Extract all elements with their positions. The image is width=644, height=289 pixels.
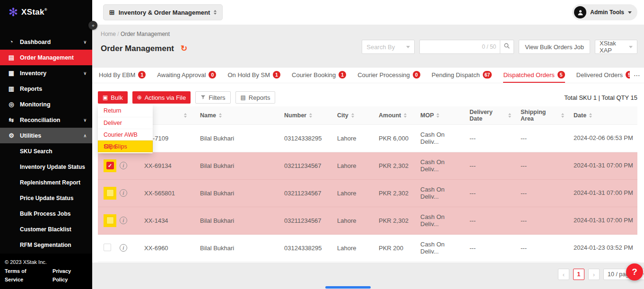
tab-count-badge: 5 (557, 71, 565, 79)
row-checkbox[interactable] (106, 189, 114, 197)
brand-logo: ✻ XStak® (0, 0, 92, 25)
sidebar-item-order-management[interactable]: ▤ Order Management (0, 50, 92, 65)
order-management-icon: ▤ (8, 54, 15, 61)
tab-count-badge: 67 (483, 71, 492, 79)
sidebar-collapse-toggle[interactable]: ‹› (88, 21, 97, 30)
sidebar-item-price-update-status[interactable]: Price Update Status (0, 190, 92, 206)
current-page-button[interactable]: 1 (573, 269, 584, 280)
sidebar-item-customer-blacklist[interactable]: Customer Blacklist (0, 221, 92, 237)
topbar: ⊞ Inventory & Order Management Admin Too… (92, 0, 644, 25)
mop-cell: Cash On Deliv... (415, 234, 464, 262)
amount-cell: PKR 6,000 (373, 124, 415, 152)
tab-hold-by-ebm[interactable]: Hold By EBM1 (99, 68, 146, 83)
sidebar-item-rfm-segmentation[interactable]: RFM Segmentation (0, 237, 92, 253)
sidebar-item-replenishment-report[interactable]: Replenishment Report (0, 175, 92, 190)
bulk-button[interactable]: ▣ Bulk (98, 91, 128, 104)
sort-icon[interactable] (184, 113, 187, 118)
more-tabs-button[interactable]: ⋯ (630, 68, 644, 82)
tab-dispatched-orders[interactable]: Dispatched Orders5 (503, 68, 565, 83)
number-cell: 03211234567 (278, 179, 331, 207)
row-checkbox[interactable] (106, 217, 114, 224)
app-switcher-button[interactable]: ⊞ Inventory & Order Management (103, 4, 223, 20)
table-row: i XX-565801 Bilal Bukhari 03211234567 La… (98, 179, 637, 207)
sidebar-item-reconciliation[interactable]: ⇆ Reconciliation ∨ (0, 112, 92, 128)
shipping-area-cell: --- (515, 124, 568, 152)
prev-page-button[interactable]: ‹ (558, 269, 569, 280)
shipping-area-cell: --- (515, 179, 568, 207)
tab-on-hold-by-sm[interactable]: On Hold By SM1 (227, 68, 280, 83)
bulk-menu-oe-slips[interactable]: OE Slips (98, 140, 153, 152)
info-icon[interactable]: i (120, 244, 127, 252)
page-title: Order Management (101, 44, 174, 53)
report-file-icon: ▤ (241, 95, 246, 100)
refresh-icon[interactable]: ↻ (181, 44, 187, 53)
date-cell: 2024-01-23 03:52 PM (568, 234, 637, 262)
sidebar-nav: ◔ Dashboard ∨ ▤ Order Management ▦ Inven… (0, 34, 92, 268)
inventory-icon: ▦ (8, 70, 15, 77)
reports-button[interactable]: ▤ Reports (235, 91, 276, 104)
privacy-policy-link[interactable]: Privacy Policy (52, 267, 87, 284)
row-checkbox[interactable] (104, 244, 111, 251)
sidebar-item-label: Utilities (20, 132, 41, 139)
sidebar-item-reports[interactable]: ▥ Reports (0, 81, 92, 96)
tab-courier-processing[interactable]: Courier Processing0 (357, 68, 420, 83)
terms-of-service-link[interactable]: Terms of Service (5, 267, 46, 284)
tab-count-badge: 0 (209, 71, 216, 79)
sort-icon[interactable] (589, 113, 592, 118)
sidebar-item-inventory[interactable]: ▦ Inventory ∨ (0, 65, 92, 81)
sort-icon[interactable] (351, 113, 354, 118)
order-number-cell: XX-565801 (139, 179, 194, 207)
table-header-row: Name Number City Amount MOP Delivery Dat… (98, 106, 637, 124)
view-bulk-orders-job-button[interactable]: View Bulk Orders Job (519, 40, 590, 54)
search-by-select[interactable]: Search By (362, 40, 415, 54)
sidebar-item-monitoring[interactable]: ◎ Monitoring (0, 96, 92, 112)
horizontal-scrollbar[interactable] (325, 286, 371, 289)
actions-via-file-button[interactable]: ⊕ Actions via File (132, 91, 191, 104)
tab-courier-booking[interactable]: Courier Booking1 (292, 68, 346, 83)
row-checkbox[interactable]: ✓ (106, 162, 114, 169)
tab-delivered-orders[interactable]: Delivered Orders5 (576, 68, 633, 83)
bulk-menu-courier-awb-slips[interactable]: Courier AWB Slips (98, 129, 153, 140)
sort-icon[interactable] (508, 113, 511, 118)
search-char-counter: 0 / 50 (482, 44, 496, 50)
sidebar-item-utilities[interactable]: ⚙ Utilities ∧ (0, 128, 92, 143)
dashboard-icon: ◔ (8, 38, 15, 45)
help-button[interactable]: ? (626, 263, 643, 280)
totals-summary: Total SKU 1 | Total QTY 15 (564, 94, 637, 101)
sort-icon[interactable] (219, 113, 222, 118)
chevron-down-icon: ∨ (83, 40, 87, 44)
sort-icon[interactable] (561, 113, 564, 118)
bulk-menu-deliver[interactable]: Deliver (98, 117, 153, 129)
sort-icon[interactable] (436, 113, 439, 118)
info-icon[interactable]: i (120, 162, 127, 169)
search-button[interactable] (500, 40, 514, 54)
tab-count-badge: 1 (339, 71, 346, 79)
sidebar-item-label: Reports (20, 86, 42, 92)
sidebar-item-sku-search[interactable]: SKU Search (0, 143, 92, 159)
filters-button[interactable]: Filters (195, 91, 230, 104)
next-page-button[interactable]: › (588, 269, 600, 280)
admin-tools-menu[interactable]: Admin Tools (572, 4, 637, 20)
sidebar-item-dashboard[interactable]: ◔ Dashboard ∨ (0, 34, 92, 50)
date-cell: 2024-01-31 07:00 PM (568, 152, 637, 179)
sidebar-item-inventory-update-status[interactable]: Inventory Update Status (0, 159, 92, 175)
mop-cell: Cash On Deliv... (415, 179, 464, 207)
header-controls: Search By 0 / 50 View Bulk Orders Job XS… (362, 40, 637, 54)
bulk-menu-return[interactable]: Return (98, 105, 153, 117)
sort-icon[interactable] (309, 113, 312, 118)
name-cell: Bilal Bukhari (194, 234, 278, 262)
date-cell: 2024-01-31 07:00 PM (568, 207, 637, 234)
sidebar-item-bulk-process-jobs[interactable]: Bulk Process Jobs (0, 206, 92, 221)
filter-icon (200, 94, 206, 101)
tab-awaiting-approval[interactable]: Awaiting Approval0 (157, 68, 216, 83)
amount-header: Amount (373, 106, 415, 124)
breadcrumb-home-link[interactable]: Home (101, 31, 116, 37)
search-input[interactable]: 0 / 50 (419, 40, 500, 54)
info-icon[interactable]: i (120, 189, 127, 197)
breadcrumb-current: Order Management (121, 31, 170, 37)
tab-pending-dispatch[interactable]: Pending Dispatch67 (432, 68, 492, 83)
sort-icon[interactable] (404, 113, 407, 118)
table-row: i -7109 Bilal Bukhari 03124338295 Lahore… (98, 124, 637, 152)
info-icon[interactable]: i (120, 217, 127, 224)
xap-select[interactable]: XStak XAP (595, 40, 637, 54)
